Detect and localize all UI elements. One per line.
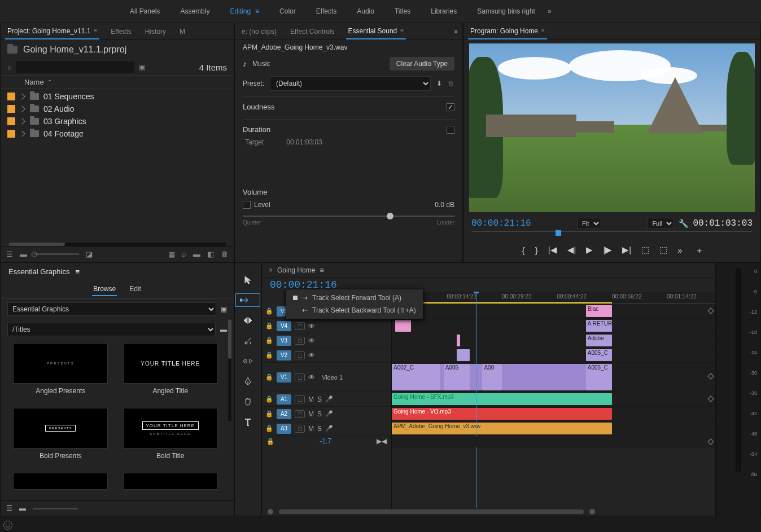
level-checkbox[interactable] <box>243 201 251 209</box>
add-folder-icon[interactable]: ▣ <box>221 305 227 313</box>
panel-menu-icon[interactable]: ≡ <box>320 266 323 274</box>
panel-menu-icon[interactable]: ≡ <box>75 267 80 276</box>
solo-icon[interactable]: S <box>317 410 322 418</box>
sync-lock-icon[interactable]: ⬚ <box>295 395 305 403</box>
track-target-a3[interactable]: A3 <box>277 424 291 434</box>
loudness-checkbox[interactable] <box>447 103 454 111</box>
volume-slider[interactable] <box>243 216 454 217</box>
delete-preset-icon[interactable]: 🗑 <box>448 80 454 87</box>
clip[interactable]: Blac <box>586 305 612 317</box>
new-item-icon[interactable]: ◧ <box>207 250 214 258</box>
clip[interactable]: A005_C <box>586 349 612 361</box>
list-view-icon[interactable]: ☰ <box>6 250 13 258</box>
pen-tool[interactable] <box>241 375 255 388</box>
sync-lock-icon[interactable]: ⬚ <box>295 373 305 381</box>
program-timecode-in[interactable]: 00:00:21:16 <box>471 218 531 228</box>
clip[interactable] <box>502 364 586 390</box>
lift-icon[interactable]: ⬚ <box>641 245 649 255</box>
track-target-v3[interactable]: V3 <box>277 336 291 346</box>
eg-tile[interactable]: PRESENTSBold Presents <box>8 408 113 467</box>
tab-noclips[interactable]: e: (no clips) <box>239 24 279 39</box>
clip[interactable]: A005 <box>444 364 470 390</box>
clip[interactable] <box>457 349 470 361</box>
panel-menu-icon[interactable]: ≡ <box>94 28 97 34</box>
tab-more[interactable]: M <box>177 24 187 39</box>
eg-tile[interactable]: YOUR TITLE HERESUBTITLE HEREBold Title <box>119 408 223 467</box>
workspace-titles[interactable]: Titles <box>384 0 421 23</box>
zoom-slider[interactable] <box>34 253 79 255</box>
button-editor-icon[interactable]: + <box>697 245 702 255</box>
lock-icon[interactable]: 🔒 <box>265 351 273 359</box>
duration-section[interactable]: Duration <box>243 125 270 134</box>
name-column-header[interactable]: Name <box>24 78 44 86</box>
lock-icon[interactable]: 🔒 <box>265 425 273 432</box>
solo-icon[interactable]: S <box>317 395 322 403</box>
lock-icon[interactable]: 🔒 <box>265 410 273 417</box>
tab-program[interactable]: Program: Going Home≡ <box>468 24 547 39</box>
toggle-track-output-icon[interactable]: 👁 <box>308 337 315 345</box>
track-target-v2[interactable]: V2 <box>277 350 291 360</box>
mark-out-icon[interactable]: } <box>535 245 538 255</box>
track-target-a1[interactable]: A1 <box>277 394 291 405</box>
hamburger-icon[interactable]: ≡ <box>255 7 259 15</box>
workspace-audio[interactable]: Audio <box>347 0 384 23</box>
snap-icon[interactable]: ▶◀ <box>377 437 387 445</box>
lock-icon[interactable]: 🔒 <box>265 395 273 403</box>
bin-row[interactable]: 04 Footage <box>1 127 234 140</box>
resolution-select[interactable]: Full <box>647 218 674 229</box>
go-to-out-icon[interactable]: ▶| <box>622 245 631 255</box>
sequence-name[interactable]: Going Home <box>277 266 315 274</box>
grid-view-icon[interactable]: ▬ <box>19 504 26 512</box>
eg-zoom-slider[interactable] <box>33 508 78 509</box>
mute-icon[interactable]: M <box>308 425 314 433</box>
slip-tool[interactable] <box>241 354 255 368</box>
zoom-fit-select[interactable]: Fit <box>577 218 601 229</box>
workspace-samsung[interactable]: Samsung bins right <box>467 0 545 23</box>
program-scrubber[interactable] <box>471 231 753 240</box>
eg-tile[interactable] <box>8 473 113 497</box>
track-select-tool[interactable] <box>235 293 260 307</box>
new-bin-icon[interactable]: ▣ <box>139 63 145 71</box>
eg-tile[interactable] <box>119 473 223 497</box>
play-icon[interactable]: ▶ <box>586 245 593 255</box>
clip[interactable] <box>457 335 460 346</box>
eg-tile[interactable]: PRESENTSAngled Presents <box>8 343 113 402</box>
panel-overflow-icon[interactable]: » <box>454 28 458 36</box>
razor-tool[interactable] <box>241 334 255 348</box>
extract-icon[interactable]: ⬚ <box>659 245 667 255</box>
tab-effects[interactable]: Effects <box>108 24 133 39</box>
workspace-overflow-icon[interactable]: » <box>548 7 552 15</box>
clip[interactable]: A002_C <box>392 364 440 390</box>
clip[interactable]: Going Home - VO.mp3 <box>392 408 612 420</box>
clip[interactable]: Adobe <box>586 335 612 346</box>
workspace-assembly[interactable]: Assembly <box>170 0 220 23</box>
duration-checkbox[interactable] <box>447 126 454 134</box>
settings-wrench-icon[interactable]: 🔧 <box>679 219 688 228</box>
eg-vscroll[interactable] <box>228 319 231 421</box>
cc-status-icon[interactable] <box>3 521 12 530</box>
bin-row[interactable]: 02 Audio <box>1 103 234 115</box>
step-back-icon[interactable]: ◀| <box>567 245 576 255</box>
track-target-v1[interactable]: V1 <box>277 372 291 382</box>
panel-menu-icon[interactable]: ≡ <box>541 28 545 34</box>
sync-lock-icon[interactable]: ⬚ <box>295 337 305 345</box>
track-select-forward-option[interactable]: ⇢Track Select Forward Tool (A) <box>286 292 423 304</box>
panel-menu-icon[interactable]: ≡ <box>400 28 404 34</box>
toggle-track-output-icon[interactable]: 👁 <box>308 373 315 381</box>
ripple-edit-tool[interactable] <box>241 314 255 327</box>
workspace-color[interactable]: Color <box>269 0 306 23</box>
track-target-a2[interactable]: A2 <box>277 409 291 419</box>
tab-essential-sound[interactable]: Essential Sound≡ <box>346 24 406 39</box>
hand-tool[interactable] <box>241 395 255 408</box>
program-video-view[interactable] <box>469 43 755 212</box>
bin-row[interactable]: 03 Graphics <box>1 115 234 127</box>
eg-tab-browse[interactable]: Browse <box>92 283 117 296</box>
workspace-allpanels[interactable]: All Panels <box>120 0 170 23</box>
timeline-zoom-value[interactable]: -1.7 <box>320 437 331 445</box>
voice-record-icon[interactable]: 🎤 <box>325 395 333 403</box>
selection-tool[interactable] <box>241 273 255 287</box>
workspace-effects[interactable]: Effects <box>306 0 347 23</box>
voice-record-icon[interactable]: 🎤 <box>325 410 333 417</box>
type-tool[interactable] <box>241 415 255 429</box>
voice-record-icon[interactable]: 🎤 <box>325 425 333 432</box>
